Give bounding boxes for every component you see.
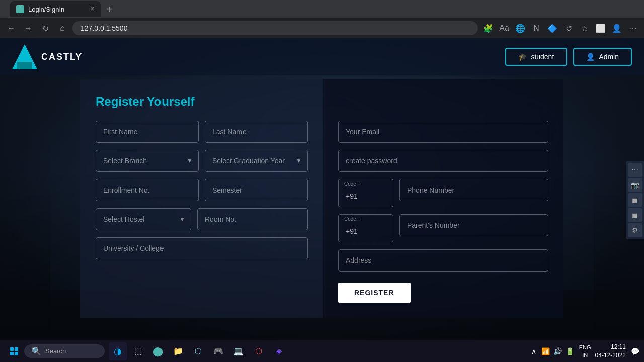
- form-right-panel: Code + Code + REGISTER: [323, 79, 564, 318]
- gaming-icon: 🎮: [213, 346, 223, 356]
- graduation-select[interactable]: Select Graduation Year: [205, 150, 308, 172]
- graduation-select-wrapper: Select Graduation Year ▼: [205, 150, 308, 172]
- new-tab-button[interactable]: +: [103, 4, 117, 15]
- site-header: CASTLY 🎓 student 👤 Admin: [0, 38, 644, 75]
- admin-icon: 👤: [586, 53, 595, 61]
- parent-phone-row: Code +: [338, 214, 548, 242]
- email-input[interactable]: [338, 121, 548, 143]
- hostel-select-wrapper: Select Hostel ▼: [96, 208, 191, 230]
- sound-icon[interactable]: 🔊: [553, 346, 563, 356]
- admin-button[interactable]: 👤 Admin: [573, 48, 632, 66]
- taskbar-app-7[interactable]: ⬡: [250, 342, 268, 360]
- branch-select[interactable]: Select Branch: [96, 150, 199, 172]
- taskbar-app-icons: ◑ ⬚ ⬤ 📁 ⬡ 🎮 💻 ⬡ ◈: [109, 342, 288, 360]
- taskbar-app-2[interactable]: ⬤: [149, 342, 167, 360]
- bookmark-button[interactable]: ☆: [578, 21, 592, 35]
- float-btn-settings[interactable]: ⚙: [628, 223, 642, 237]
- code-icon: 💻: [233, 346, 244, 356]
- form-left-panel: Register Yourself Select Branch ▼ Select…: [80, 79, 323, 318]
- register-button[interactable]: REGISTER: [338, 283, 411, 303]
- phone-code-group: Code +: [338, 179, 393, 207]
- taskbar-app-6[interactable]: 💻: [229, 342, 248, 360]
- address-input[interactable]: [72, 21, 478, 35]
- parent-code-group: Code +: [338, 214, 393, 242]
- n-button[interactable]: N: [529, 21, 543, 35]
- taskbar-app-5[interactable]: 🎮: [209, 342, 227, 360]
- reload-button[interactable]: ↻: [38, 21, 52, 35]
- tab-favicon: [16, 5, 24, 13]
- active-tab[interactable]: Login/SignIn ×: [10, 1, 101, 17]
- task-view-icon: ⬚: [134, 346, 142, 356]
- browser-chrome: Login/SignIn × + ← → ↻ ⌂ 🧩 Aa 🌐 N 🔷 ↺ ☆ …: [0, 0, 644, 38]
- student-icon: 🎓: [518, 53, 527, 61]
- start-button[interactable]: [4, 341, 24, 361]
- page-content: CASTLY 🎓 student 👤 Admin Register Yourse…: [0, 38, 644, 362]
- reader-mode-button[interactable]: Aa: [497, 21, 511, 35]
- float-btn-1[interactable]: ⋯: [628, 163, 642, 177]
- first-name-input[interactable]: [96, 121, 199, 143]
- language-text: ENG: [579, 344, 591, 351]
- taskbar-search-bar[interactable]: 🔍 Search: [24, 344, 105, 358]
- clock[interactable]: 12:11 04-12-2022: [595, 343, 626, 360]
- address-input[interactable]: [338, 249, 548, 272]
- tab-close-btn[interactable]: ×: [90, 5, 95, 13]
- taskbar-app-4[interactable]: ⬡: [189, 342, 207, 360]
- file-icon: 📁: [173, 346, 183, 356]
- form-title: Register Yourself: [96, 95, 308, 109]
- hostel-select[interactable]: Select Hostel: [96, 208, 191, 230]
- taskbar-task-view[interactable]: ⬚: [129, 342, 147, 360]
- refresh-button[interactable]: ↺: [561, 21, 576, 35]
- float-btn-3[interactable]: ◼: [628, 193, 642, 207]
- settings-icon: ⚙: [632, 226, 638, 234]
- phone-number-input[interactable]: [399, 179, 548, 201]
- logo-text: CASTLY: [41, 52, 83, 62]
- language-indicator[interactable]: ENG IN: [579, 344, 591, 358]
- enrollment-input[interactable]: [96, 179, 199, 201]
- battery-icon[interactable]: 🔋: [565, 346, 575, 356]
- system-tray: ∧ 📶 🔊 🔋 ENG IN 12:11 04-12-2022 💬: [529, 343, 640, 360]
- address-bar-row: ← → ↻ ⌂ 🧩 Aa 🌐 N 🔷 ↺ ☆ ⬜ 👤 ⋯: [0, 18, 644, 38]
- home-button[interactable]: ⌂: [55, 21, 69, 35]
- vscode2-icon: ⬡: [255, 346, 262, 356]
- password-input[interactable]: [338, 150, 548, 172]
- taskbar: 🔍 Search ◑ ⬚ ⬤ 📁 ⬡ 🎮 💻 ⬡ ◈: [0, 340, 644, 362]
- dev-icon: ⬡: [195, 346, 202, 356]
- tray-icons: ∧ 📶 🔊 🔋: [529, 346, 575, 356]
- tab-bar: Login/SignIn × +: [0, 0, 644, 18]
- vs-icon: ◈: [276, 346, 282, 356]
- forward-button[interactable]: →: [21, 21, 35, 35]
- edge-icon: ◑: [114, 346, 122, 357]
- branch-select-wrapper: Select Branch ▼: [96, 150, 199, 172]
- back-button[interactable]: ←: [4, 21, 18, 35]
- tray-chevron[interactable]: ∧: [529, 346, 539, 356]
- room-no-input[interactable]: [197, 208, 308, 230]
- tab-title: Login/SignIn: [28, 6, 64, 13]
- phone-code-label: Code +: [344, 181, 361, 187]
- menu-button[interactable]: ⋯: [626, 21, 640, 35]
- notification-icon[interactable]: 💬: [630, 346, 640, 356]
- collections-button[interactable]: ⬜: [594, 21, 608, 35]
- camera-icon: 📷: [631, 181, 639, 189]
- student-button[interactable]: 🎓 student: [505, 48, 567, 66]
- time-display: 12:11: [595, 343, 626, 351]
- logo: CASTLY: [12, 44, 83, 69]
- name-row: [96, 121, 308, 143]
- semester-input[interactable]: [205, 179, 308, 201]
- taskbar-app-3[interactable]: 📁: [169, 342, 187, 360]
- toolbar-icons: 🧩 Aa 🌐 N 🔷 ↺ ☆ ⬜ 👤 ⋯: [481, 21, 640, 35]
- float-btn-4[interactable]: ◼: [628, 208, 642, 222]
- profile-button[interactable]: 👤: [610, 21, 624, 35]
- float-btn-camera[interactable]: 📷: [628, 178, 642, 192]
- taskbar-app-8[interactable]: ◈: [270, 342, 288, 360]
- hostel-room-row: Select Hostel ▼: [96, 208, 308, 230]
- taskbar-browser-icon[interactable]: ◑: [109, 342, 127, 360]
- university-input[interactable]: [96, 237, 308, 259]
- branch-graduation-row: Select Branch ▼ Select Graduation Year ▼: [96, 150, 308, 172]
- last-name-input[interactable]: [205, 121, 308, 143]
- extensions2-button[interactable]: 🔷: [545, 21, 559, 35]
- translate-button[interactable]: 🌐: [513, 21, 527, 35]
- parents-number-input[interactable]: [399, 214, 548, 236]
- extensions-button[interactable]: 🧩: [481, 21, 495, 35]
- network-icon[interactable]: 📶: [541, 346, 551, 356]
- locale-text: IN: [579, 351, 591, 358]
